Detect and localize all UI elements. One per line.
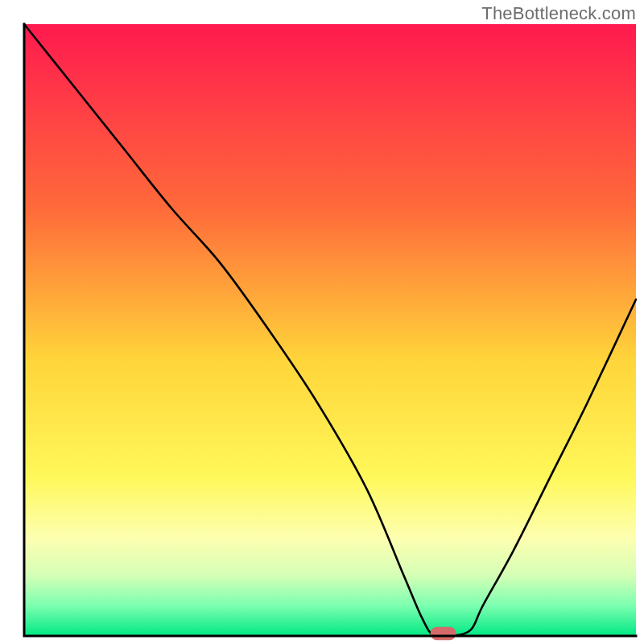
optimal-marker (431, 627, 456, 641)
chart-svg (0, 0, 644, 644)
watermark-label: TheBottleneck.com (481, 3, 636, 24)
bottleneck-chart: TheBottleneck.com (0, 0, 644, 644)
gradient-background (24, 24, 636, 636)
